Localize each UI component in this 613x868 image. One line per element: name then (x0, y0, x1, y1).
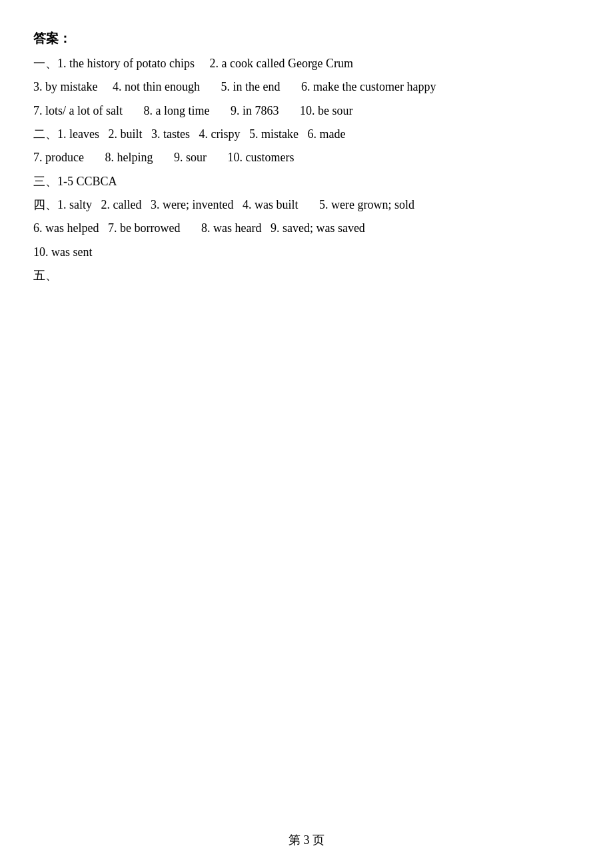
section-si-label: 四、 (33, 198, 57, 211)
section-san-line1: 1-5 CCBCA (57, 175, 117, 188)
section-yi-label: 一、 (33, 57, 57, 70)
title-text: 答案： (33, 31, 71, 45)
section-yi-line1: 1. the history of potato chips 2. a cook… (57, 57, 353, 70)
section-san-header: 三、1-5 CCBCA (33, 171, 580, 193)
section-si-line1: 1. salty 2. called 3. were; invented 4. … (57, 198, 414, 211)
section-wu-header: 五、 (33, 265, 580, 287)
section-yi-line2: 3. by mistake 4. not thin enough 5. in t… (33, 76, 580, 98)
page-footer: 第 3 页 (0, 832, 613, 848)
section-si-line3: 10. was sent (33, 241, 580, 263)
section-si-header: 四、1. salty 2. called 3. were; invented 4… (33, 194, 580, 216)
section-er-header: 二、1. leaves 2. built 3. tastes 4. crispy… (33, 123, 580, 145)
footer-text: 第 3 页 (289, 833, 324, 847)
section-yi-line3: 7. lots/ a lot of salt 8. a long time 9.… (33, 100, 580, 122)
section-er-label: 二、 (33, 127, 57, 141)
section-er-line1: 1. leaves 2. built 3. tastes 4. crispy 5… (57, 127, 345, 141)
section-wu-label: 五、 (33, 269, 57, 282)
section-san-label: 三、 (33, 175, 57, 188)
section-si-line2: 6. was helped 7. be borrowed 8. was hear… (33, 217, 580, 239)
section-yi-header: 一、1. the history of potato chips 2. a co… (33, 53, 580, 75)
main-content: 答案： 一、1. the history of potato chips 2. … (33, 27, 580, 287)
page-title: 答案： (33, 27, 580, 50)
section-er-line2: 7. produce 8. helping 9. sour 10. custom… (33, 147, 580, 169)
